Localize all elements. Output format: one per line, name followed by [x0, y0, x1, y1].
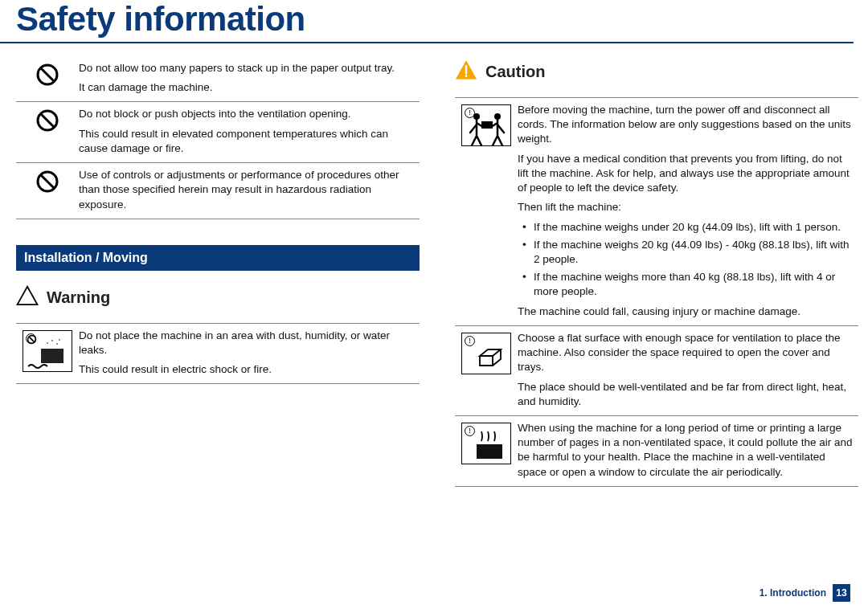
- safety-text-line: Choose a flat surface with enough space …: [518, 331, 855, 375]
- caution-row: ! Before moving the machine, turn the po…: [455, 97, 858, 326]
- safety-text-line: The machine could fall, causing injury o…: [518, 304, 855, 319]
- caution-triangle-icon: [455, 59, 477, 84]
- safety-text-line: This could result in electric shock or f…: [79, 362, 416, 377]
- warning-row: Do not place the machine in an area with…: [16, 323, 420, 385]
- safety-text-line: Do not place the machine in an area with…: [79, 329, 416, 358]
- svg-point-13: [59, 339, 60, 341]
- weight-guideline-list: If the machine weighs under 20 kg (44.09…: [518, 220, 855, 300]
- prohibit-icon: [35, 108, 59, 133]
- safety-text-line: If you have a medical condition that pre…: [518, 152, 855, 196]
- safety-text: Do not allow too many papers to stack up…: [79, 61, 420, 95]
- warning-heading: Warning: [16, 285, 420, 310]
- chapter-label: 1. Introduction: [760, 587, 826, 599]
- list-item: If the machine weighs 20 kg (44.09 lbs) …: [522, 238, 855, 267]
- page-number: 13: [833, 584, 850, 602]
- svg-point-16: [465, 75, 468, 77]
- safety-text: Use of controls or adjustments or perfor…: [79, 168, 420, 212]
- caution-row: ! Choose a flat surface with enough spac…: [455, 326, 858, 416]
- prohibit-icon: [35, 170, 59, 194]
- svg-rect-19: [481, 121, 493, 129]
- safety-text-line: When using the machine for a long period…: [518, 421, 855, 480]
- safety-text: Choose a flat surface with enough space …: [518, 331, 858, 409]
- svg-line-1: [41, 68, 55, 82]
- safety-text-line: Do not allow too many papers to stack up…: [79, 61, 416, 76]
- svg-point-11: [51, 340, 53, 341]
- safety-text: Do not block or push objects into the ve…: [79, 107, 420, 156]
- list-item: If the machine weighs under 20 kg (44.09…: [522, 220, 855, 235]
- caution-row: ! When using the machine for a long peri…: [455, 416, 858, 487]
- ventilation-heat-icon: !: [461, 423, 511, 464]
- safety-text: When using the machine for a long period…: [518, 421, 858, 480]
- svg-rect-20: [477, 444, 502, 459]
- flat-surface-icon: !: [461, 333, 511, 374]
- lift-people-icon: !: [461, 104, 511, 146]
- safety-text-line: Use of controls or adjustments or perfor…: [79, 168, 416, 212]
- svg-line-5: [41, 175, 55, 189]
- safety-text: Do not place the machine in an area with…: [79, 329, 420, 378]
- prohibit-row: Use of controls or adjustments or perfor…: [16, 163, 420, 219]
- svg-marker-6: [17, 287, 37, 304]
- safety-text-line: This could result in elevated component …: [79, 127, 416, 156]
- caution-heading: Caution: [455, 59, 858, 84]
- safety-text-line: Do not block or push objects into the ve…: [79, 107, 416, 121]
- prohibit-icon: [35, 63, 59, 87]
- svg-point-10: [47, 342, 48, 344]
- safety-text-line: Then lift the machine:: [518, 200, 855, 215]
- svg-rect-9: [41, 349, 63, 363]
- warning-label: Warning: [47, 288, 110, 307]
- water-hazard-icon: [23, 330, 72, 372]
- section-heading: Installation / Moving: [16, 245, 420, 271]
- left-column: Do not allow too many papers to stack up…: [16, 56, 420, 487]
- warning-triangle-icon: [16, 285, 39, 310]
- safety-text-line: Before moving the machine, turn the powe…: [518, 103, 855, 147]
- right-column: Caution ! Before moving the machine, tur…: [455, 56, 858, 487]
- prohibit-row: Do not allow too many papers to stack up…: [16, 56, 420, 102]
- page-footer: 1. Introduction 13: [760, 584, 850, 602]
- page-title: Safety information: [0, 0, 854, 43]
- safety-text-line: The place should be well-ventilated and …: [518, 380, 855, 409]
- prohibit-row: Do not block or push objects into the ve…: [16, 102, 420, 163]
- svg-line-3: [41, 114, 55, 128]
- safety-text: Before moving the machine, turn the powe…: [518, 103, 858, 319]
- list-item: If the machine weighs more than 40 kg (8…: [522, 270, 855, 299]
- safety-text-line: It can damage the machine.: [79, 80, 416, 95]
- caution-label: Caution: [485, 63, 545, 81]
- svg-point-12: [56, 343, 58, 345]
